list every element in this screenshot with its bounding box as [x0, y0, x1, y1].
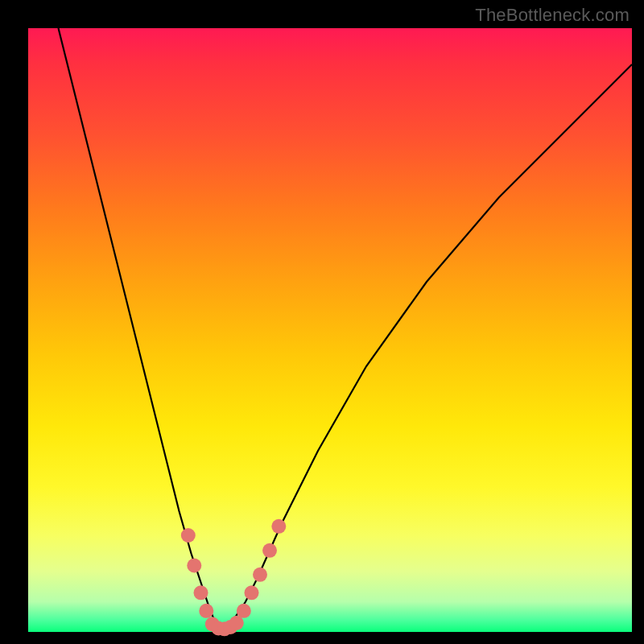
data-point-right-mid — [253, 568, 267, 582]
curve-svg — [28, 28, 632, 632]
chart-frame: TheBottleneck.com — [0, 0, 644, 644]
watermark-text: TheBottleneck.com — [475, 5, 630, 26]
data-point-bottom-5 — [229, 616, 244, 630]
data-point-right-low-1 — [237, 604, 251, 618]
data-point-right-low-2 — [245, 585, 259, 600]
data-point-cluster-left-low1 — [194, 585, 208, 600]
data-point-cluster-left-low2 — [199, 604, 213, 618]
bottleneck-curve — [59, 28, 633, 629]
plot-area — [28, 28, 632, 632]
data-point-cluster-left-upper — [181, 528, 196, 543]
data-point-cluster-left-mid — [187, 559, 201, 573]
data-points-group — [181, 519, 286, 637]
data-point-right-upper — [262, 543, 277, 558]
data-point-right-top-isolated — [271, 519, 286, 534]
